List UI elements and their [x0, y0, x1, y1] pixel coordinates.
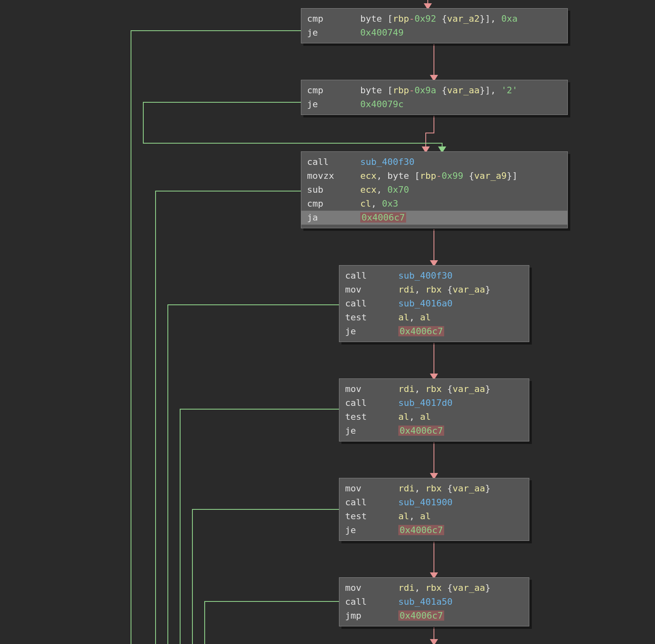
- operand-reg: al: [398, 412, 409, 422]
- operand-num[interactable]: 0x3: [382, 198, 398, 209]
- operand-addr[interactable]: 0x4006c7: [398, 326, 444, 336]
- operand-minus: -: [409, 14, 414, 24]
- asm-row[interactable]: je0x40079c: [307, 97, 562, 111]
- asm-row[interactable]: testal, al: [345, 311, 523, 324]
- operand-addr[interactable]: 0x4006c7: [398, 426, 444, 436]
- operand-reg: var_aa: [447, 85, 479, 95]
- cfg-block[interactable]: movrdi, rbx {var_aa}callsub_401900testal…: [339, 478, 529, 541]
- asm-row[interactable]: callsub_400f30: [345, 269, 523, 283]
- operand-reg: rbx: [425, 483, 442, 493]
- cfg-edge-true: [156, 191, 301, 644]
- cfg-block[interactable]: movrdi, rbx {var_aa}callsub_4017d0testal…: [339, 378, 529, 441]
- mnemonic: mov: [345, 581, 398, 595]
- operand-num[interactable]: 0x400749: [360, 27, 404, 38]
- operand-reg: rbp: [393, 85, 409, 95]
- mnemonic: movzx: [307, 169, 360, 183]
- operand-pl: }: [485, 583, 490, 593]
- mnemonic: test: [345, 311, 398, 324]
- asm-row[interactable]: subecx, 0x70: [307, 183, 562, 197]
- cfg-edge-true: [180, 409, 339, 644]
- asm-row[interactable]: ja0x4006c7: [301, 211, 567, 225]
- asm-row[interactable]: callsub_401900: [345, 495, 523, 509]
- cfg-block[interactable]: cmpbyte [rbp-0x92 {var_a2}], 0xaje0x4007…: [301, 8, 568, 43]
- asm-row[interactable]: je0x400749: [307, 26, 562, 40]
- asm-row[interactable]: je0x4006c7: [345, 523, 523, 537]
- asm-row[interactable]: cmpbyte [rbp-0x92 {var_a2}], 0xa: [307, 12, 562, 26]
- asm-row[interactable]: callsub_4016a0: [345, 297, 523, 311]
- mnemonic: call: [345, 495, 398, 509]
- mnemonic: sub: [307, 183, 360, 197]
- mnemonic: cmp: [307, 12, 360, 26]
- operand-sub[interactable]: sub_400f30: [360, 157, 414, 167]
- operand-reg: rbp: [393, 14, 409, 24]
- operand-num[interactable]: 0x40079c: [360, 99, 404, 109]
- operand-sub[interactable]: sub_4017d0: [398, 398, 452, 408]
- asm-row[interactable]: cmpbyte [rbp-0x9a {var_aa}], '2': [307, 83, 562, 97]
- operand-pl: ,: [409, 312, 420, 322]
- asm-row[interactable]: je0x4006c7: [345, 324, 523, 338]
- mnemonic: test: [345, 509, 398, 523]
- operand-num[interactable]: 0x99: [442, 171, 463, 181]
- operand-reg: var_aa: [453, 483, 485, 493]
- operand-reg: al: [420, 312, 431, 322]
- operand-pl: ,: [415, 483, 426, 493]
- asm-row[interactable]: movzxecx, byte [rbp-0x99 {var_a9}]: [307, 169, 562, 183]
- mnemonic: je: [345, 324, 398, 338]
- operand-reg: rbx: [425, 384, 442, 394]
- operand-addr[interactable]: 0x4006c7: [360, 212, 406, 223]
- operand-pl: {: [463, 171, 474, 181]
- operand-sub[interactable]: sub_4016a0: [398, 298, 452, 308]
- mnemonic: call: [345, 297, 398, 311]
- operand-pl: }: [485, 284, 490, 295]
- operand-num[interactable]: 0xa: [501, 14, 517, 24]
- operand-reg: cl: [360, 198, 371, 209]
- operand-reg: var_a9: [474, 171, 506, 181]
- asm-row[interactable]: callsub_400f30: [307, 155, 562, 169]
- asm-row[interactable]: movrdi, rbx {var_aa}: [345, 581, 523, 595]
- operand-reg: var_aa: [453, 583, 485, 593]
- mnemonic: je: [345, 523, 398, 537]
- asm-row[interactable]: cmpcl, 0x3: [307, 197, 562, 211]
- operand-pl: , byte [: [377, 171, 420, 181]
- asm-row[interactable]: movrdi, rbx {var_aa}: [345, 283, 523, 297]
- asm-row[interactable]: testal, al: [345, 410, 523, 424]
- operand-pl: ,: [409, 511, 420, 521]
- operand-pl: {: [436, 85, 447, 95]
- asm-row[interactable]: testal, al: [345, 509, 523, 523]
- operand-sub[interactable]: sub_401a50: [398, 597, 452, 607]
- mnemonic: cmp: [307, 197, 360, 211]
- operand-pl: }],: [479, 85, 501, 95]
- operand-pl: ,: [415, 284, 426, 295]
- operand-sub[interactable]: sub_401900: [398, 497, 452, 507]
- cfg-block[interactable]: movrdi, rbx {var_aa}callsub_401a50jmp0x4…: [339, 577, 529, 626]
- operand-reg: rbp: [420, 171, 436, 181]
- operand-addr[interactable]: 0x4006c7: [398, 525, 444, 535]
- operand-reg: var_a2: [447, 14, 479, 24]
- operand-reg: var_aa: [453, 284, 485, 295]
- asm-row[interactable]: movrdi, rbx {var_aa}: [345, 482, 523, 495]
- operand-reg: al: [398, 511, 409, 521]
- cfg-block[interactable]: cmpbyte [rbp-0x9a {var_aa}], '2'je0x4007…: [301, 80, 568, 115]
- cfg-block[interactable]: callsub_400f30movzxecx, byte [rbp-0x99 {…: [301, 151, 568, 228]
- mnemonic: jmp: [345, 609, 398, 623]
- asm-row[interactable]: callsub_4017d0: [345, 396, 523, 410]
- operand-pl: }: [485, 483, 490, 493]
- operand-pl: ,: [415, 583, 426, 593]
- operand-num[interactable]: 0x92: [414, 14, 436, 24]
- asm-row[interactable]: jmp0x4006c7: [345, 609, 523, 623]
- cfg-block[interactable]: callsub_400f30movrdi, rbx {var_aa}callsu…: [339, 265, 529, 342]
- mnemonic: je: [345, 424, 398, 438]
- mnemonic: call: [307, 155, 360, 169]
- asm-row[interactable]: movrdi, rbx {var_aa}: [345, 382, 523, 396]
- asm-row[interactable]: callsub_401a50: [345, 595, 523, 609]
- operand-num[interactable]: 0x70: [387, 185, 409, 195]
- operand-num[interactable]: 0x9a: [414, 85, 436, 95]
- asm-row[interactable]: je0x4006c7: [345, 424, 523, 438]
- operand-addr[interactable]: 0x4006c7: [398, 610, 444, 621]
- mnemonic: je: [307, 97, 360, 111]
- operand-sub[interactable]: sub_400f30: [398, 270, 452, 281]
- operand-pl: byte [: [360, 85, 393, 95]
- mnemonic: mov: [345, 482, 398, 495]
- mnemonic: mov: [345, 382, 398, 396]
- operand-num[interactable]: '2': [501, 85, 517, 95]
